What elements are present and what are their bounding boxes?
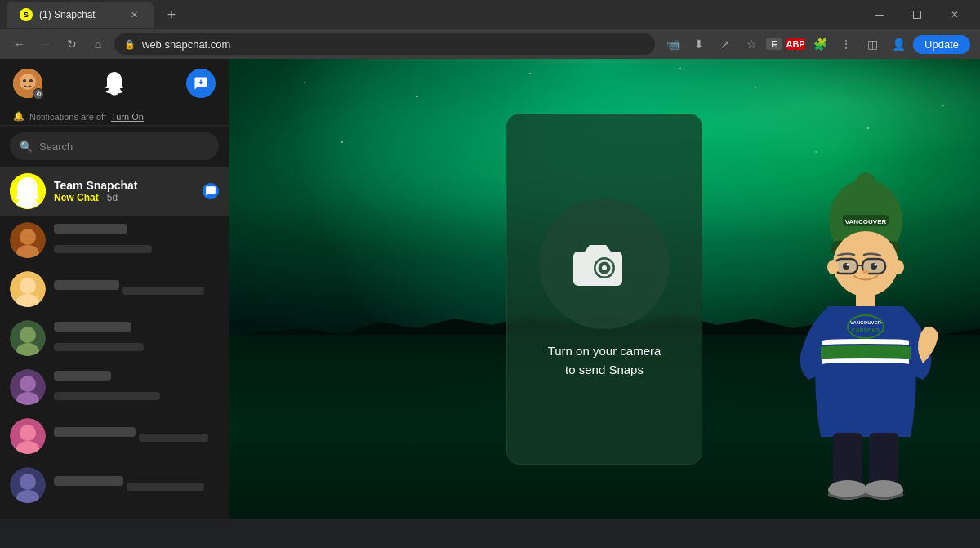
svg-point-14 — [20, 327, 36, 343]
chat-item-2[interactable] — [0, 216, 229, 265]
avatar-7 — [10, 467, 46, 503]
main-content: Turn on your camera to send Snaps VANCOU… — [229, 59, 980, 519]
avatar-4 — [10, 320, 46, 356]
avatar-2 — [10, 222, 46, 258]
svg-point-29 — [856, 172, 875, 192]
search-bar[interactable]: 🔍 Search — [10, 132, 219, 160]
svg-text:CANUCKS: CANUCKS — [852, 327, 880, 333]
bitmoji-svg: VANCOUVER — [792, 143, 939, 519]
camera-icon — [572, 235, 637, 292]
bookmark-icon[interactable]: ☆ — [740, 33, 763, 56]
svg-point-11 — [20, 278, 36, 294]
svg-point-43 — [827, 260, 839, 274]
share-icon[interactable]: ↗ — [714, 33, 737, 56]
team-snapchat-name: Team Snapchat — [54, 179, 194, 192]
svg-point-41 — [847, 264, 849, 266]
user-avatar-container[interactable]: ⚙ — [13, 69, 42, 98]
svg-text:VANCOUVER: VANCOUVER — [845, 218, 887, 225]
extensions-icon[interactable]: E — [766, 38, 782, 50]
chat-list: Team Snapchat New Chat · 5d — [0, 167, 229, 519]
address-bar: ← → ↻ ⌂ 🔒 web.snapchat.com 📹 ⬇ ↗ ☆ E ABP… — [0, 29, 980, 59]
bitmoji-character: VANCOUVER — [784, 127, 947, 519]
url-text: web.snapchat.com — [142, 38, 230, 51]
notifications-bar: 🔔 Notifications are off Turn On — [0, 108, 229, 126]
ghost-icon — [103, 71, 126, 96]
minimize-button[interactable] — [861, 0, 898, 29]
svg-point-45 — [862, 270, 869, 274]
reload-button[interactable]: ↻ — [62, 34, 82, 54]
browser-chrome: S (1) Snapchat ✕ + ✕ ← → ↻ ⌂ 🔒 web.snapc… — [0, 0, 980, 59]
camera-circle — [539, 198, 670, 329]
chat-button[interactable] — [186, 69, 216, 98]
team-snapchat-info: Team Snapchat New Chat · 5d — [54, 179, 194, 203]
turn-on-notifications-link[interactable]: Turn On — [111, 112, 144, 122]
svg-point-44 — [893, 260, 904, 274]
tab-favicon: S — [20, 8, 33, 21]
sidebar: ⚙ 🔔 Notifications are off Turn On — [0, 59, 229, 519]
adblock-icon[interactable]: ABP — [786, 38, 805, 50]
update-button[interactable]: Update — [913, 35, 970, 54]
profile-icon[interactable]: 👤 — [887, 33, 910, 56]
team-snapchat-avatar — [10, 173, 46, 209]
window-controls: ✕ — [861, 0, 973, 29]
media-icon[interactable]: 📹 — [662, 33, 684, 56]
svg-point-20 — [20, 425, 36, 441]
avatar-5 — [10, 369, 46, 405]
chat-item-3[interactable] — [0, 265, 229, 314]
chat-item-team-snapchat[interactable]: Team Snapchat New Chat · 5d — [0, 167, 229, 216]
back-button[interactable]: ← — [10, 34, 29, 54]
chat-item-4[interactable] — [0, 314, 229, 363]
avatar-6 — [10, 418, 46, 454]
search-icon: 🔍 — [20, 140, 33, 153]
team-snapchat-right — [203, 183, 219, 199]
maximize-button[interactable] — [898, 0, 936, 29]
security-icon: 🔒 — [124, 39, 136, 50]
svg-text:VANCOUVER: VANCOUVER — [850, 320, 882, 325]
url-bar[interactable]: 🔒 web.snapchat.com — [114, 33, 655, 55]
tab-title: (1) Snapchat — [39, 9, 96, 20]
sidebar-toggle[interactable]: ◫ — [861, 33, 884, 56]
bell-icon: 🔔 — [13, 111, 24, 122]
forward-button[interactable]: → — [36, 34, 56, 54]
new-chat-label: New Chat — [54, 192, 99, 203]
svg-point-23 — [20, 474, 36, 490]
search-placeholder: Search — [39, 140, 73, 153]
team-snapchat-sub: New Chat · 5d — [54, 192, 194, 203]
tab-close-button[interactable]: ✕ — [127, 8, 140, 21]
svg-point-27 — [602, 265, 607, 270]
title-bar: S (1) Snapchat ✕ + ✕ — [0, 0, 980, 29]
settings-badge[interactable]: ⚙ — [33, 88, 44, 100]
toolbar-icons: 📹 ⬇ ↗ ☆ E ABP 🧩 ⋮ ◫ 👤 Update — [662, 33, 970, 56]
avatar-3 — [10, 271, 46, 307]
app-container: ⚙ 🔔 Notifications are off Turn On — [0, 59, 980, 519]
chat-badge — [203, 183, 219, 199]
settings-icon[interactable]: ⋮ — [835, 33, 858, 56]
notifications-off-text: Notifications are off — [29, 112, 106, 122]
svg-point-42 — [875, 264, 877, 266]
new-tab-button[interactable]: + — [160, 3, 183, 26]
svg-rect-0 — [875, 15, 884, 16]
sidebar-top: ⚙ — [0, 59, 229, 108]
snapchat-logo — [56, 71, 173, 96]
svg-rect-1 — [914, 11, 921, 19]
camera-prompt-text: Turn on your camera to send Snaps — [548, 342, 662, 379]
active-tab[interactable]: S (1) Snapchat ✕ — [7, 2, 154, 28]
puzzle-icon[interactable]: 🧩 — [808, 33, 831, 56]
svg-point-4 — [23, 79, 26, 82]
chat-time: · 5d — [101, 192, 118, 203]
home-button[interactable]: ⌂ — [88, 34, 108, 54]
svg-point-17 — [20, 376, 36, 392]
svg-point-5 — [29, 79, 33, 82]
camera-card: Turn on your camera to send Snaps — [506, 114, 702, 465]
chat-item-7[interactable] — [0, 461, 229, 510]
svg-rect-46 — [856, 292, 875, 308]
chat-item-5[interactable] — [0, 363, 229, 412]
chat-item-6[interactable] — [0, 412, 229, 461]
svg-point-8 — [20, 229, 36, 245]
close-button[interactable]: ✕ — [936, 0, 973, 29]
download-icon[interactable]: ⬇ — [688, 33, 710, 56]
